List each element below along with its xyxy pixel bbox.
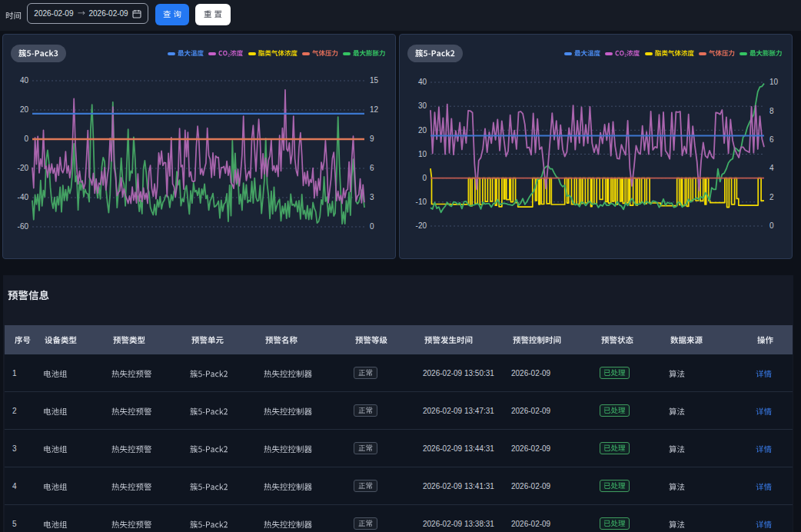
svg-text:6: 6 [370,164,374,172]
svg-text:20: 20 [20,105,29,114]
svg-text:0: 0 [422,174,427,182]
svg-text:3: 3 [370,193,374,201]
svg-text:40: 40 [418,78,427,86]
svg-text:-20: -20 [18,164,29,172]
svg-text:10: 10 [418,150,427,158]
svg-text:0: 0 [24,135,28,143]
svg-text:-60: -60 [18,222,29,231]
svg-text:15: 15 [370,76,379,85]
svg-text:4: 4 [769,164,774,172]
svg-text:30: 30 [418,101,427,110]
svg-text:20: 20 [418,126,427,135]
svg-text:40: 40 [20,76,29,85]
svg-text:-20: -20 [416,221,427,230]
svg-text:2: 2 [769,193,774,201]
svg-text:9: 9 [370,135,374,143]
svg-text:-10: -10 [416,198,427,206]
svg-text:8: 8 [769,107,774,115]
svg-text:12: 12 [370,105,379,114]
svg-text:0: 0 [769,221,774,230]
svg-text:6: 6 [769,135,774,144]
svg-text:0: 0 [370,222,374,231]
svg-text:-40: -40 [18,193,29,201]
svg-text:10: 10 [769,78,779,86]
